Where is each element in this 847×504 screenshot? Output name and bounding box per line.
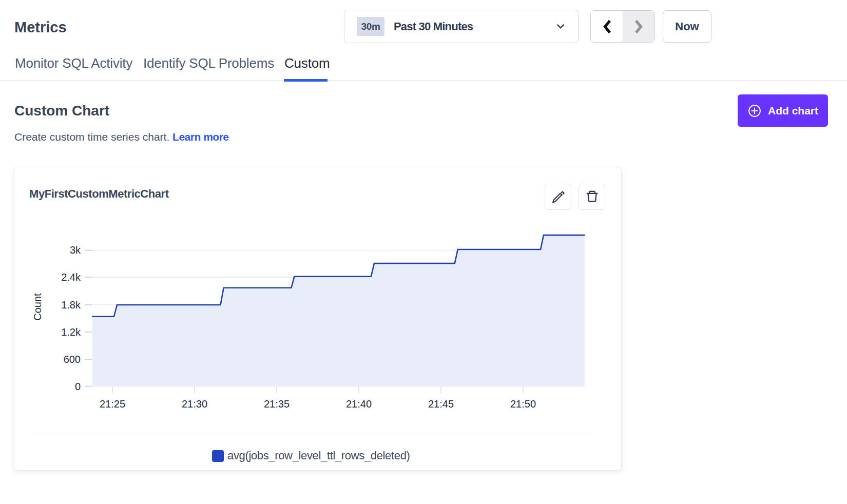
svg-text:21:50: 21:50 [510,398,536,410]
svg-text:21:35: 21:35 [264,398,290,410]
svg-text:1.8k: 1.8k [61,299,81,311]
svg-text:Count: Count [32,293,43,321]
svg-text:21:25: 21:25 [100,398,125,410]
svg-text:0: 0 [75,381,81,392]
svg-text:600: 600 [64,354,81,365]
svg-text:3k: 3k [70,244,81,256]
svg-text:21:45: 21:45 [428,398,454,410]
svg-text:1.2k: 1.2k [61,326,81,338]
svg-text:21:30: 21:30 [182,398,207,410]
svg-text:21:40: 21:40 [346,398,372,410]
svg-text:2.4k: 2.4k [61,272,81,283]
